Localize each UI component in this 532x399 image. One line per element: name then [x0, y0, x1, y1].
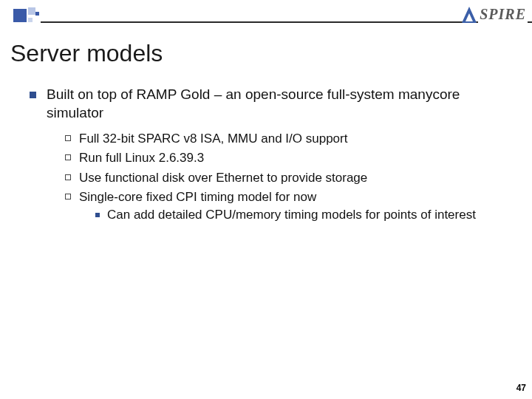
list-item: Can add detailed CPU/memory timing model… [95, 207, 514, 223]
list-item: Full 32-bit SPARC v8 ISA, MMU and I/O su… [65, 131, 514, 147]
outline-square-bullet-icon [65, 194, 71, 200]
filled-square-bullet-icon [30, 92, 36, 98]
bullet-text: Can add detailed CPU/memory timing model… [107, 207, 514, 223]
bullet-text: Single-core fixed CPI timing model for n… [79, 189, 514, 223]
logo-a-icon [462, 7, 477, 23]
list-item: Use functional disk over Ethernet to pro… [65, 170, 514, 186]
bullet-text: Use functional disk over Ethernet to pro… [79, 170, 514, 186]
header-rule [41, 21, 532, 23]
content-area: Built on top of RAMP Gold – an open-sour… [30, 86, 514, 226]
outline-square-bullet-icon [65, 135, 71, 141]
outline-square-bullet-icon [65, 174, 71, 180]
aspire-logo: SPIRE [462, 6, 528, 23]
bullet-text-line: Single-core fixed CPI timing model for n… [79, 190, 316, 204]
list-item: Built on top of RAMP Gold – an open-sour… [30, 86, 514, 122]
page-number: 47 [516, 383, 526, 393]
list-item: Single-core fixed CPI timing model for n… [65, 189, 514, 223]
bullet-text: Full 32-bit SPARC v8 ISA, MMU and I/O su… [79, 131, 514, 147]
outline-square-bullet-icon [65, 154, 71, 160]
list-item: Run full Linux 2.6.39.3 [65, 150, 514, 166]
slide-title: Server models [10, 40, 163, 67]
sub-list: Full 32-bit SPARC v8 ISA, MMU and I/O su… [65, 131, 514, 222]
bullet-text: Run full Linux 2.6.39.3 [79, 150, 514, 166]
small-square-bullet-icon [95, 213, 100, 217]
header-bar: SPIRE [0, 7, 532, 33]
logo-text: SPIRE [478, 6, 528, 23]
bullet-text: Built on top of RAMP Gold – an open-sour… [47, 86, 514, 122]
